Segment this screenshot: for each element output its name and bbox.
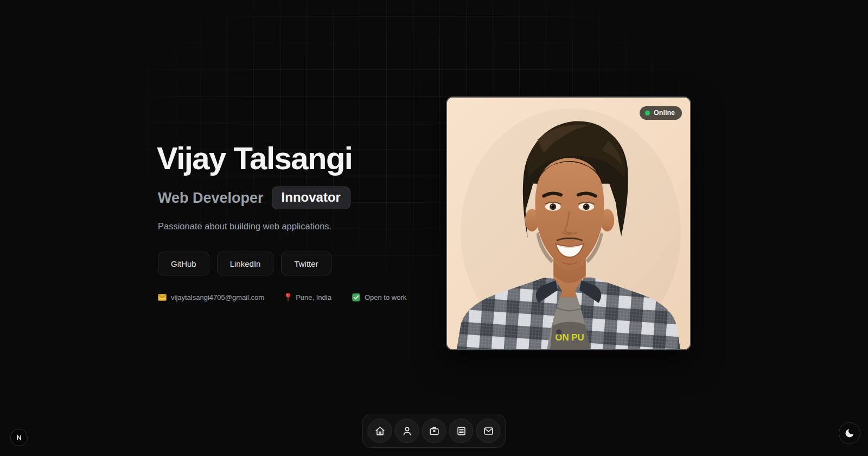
online-status-text: Online [654,109,675,117]
linkedin-button[interactable]: LinkedIn [217,252,274,275]
briefcase-icon [428,425,440,437]
open-to-work-text: Open to work [365,293,406,301]
resume-icon [455,425,467,437]
contact-row: vijaytalsangi4705@gmail.com Pune, India … [158,293,406,301]
location-text: Pune, India [296,293,331,301]
twitter-button[interactable]: Twitter [281,252,331,275]
user-icon [401,425,413,437]
brand-logo-button[interactable] [10,429,28,446]
email-text: vijaytalsangi4705@gmail.com [171,293,264,301]
theme-toggle-button[interactable] [839,422,860,444]
nav-about-button[interactable] [395,419,419,443]
tagline: Passionate about building web applicatio… [158,221,331,232]
navigation-dock [362,414,506,448]
page-title: Vijay Talsangi [157,140,352,176]
online-status-badge: Online [640,106,682,120]
profile-photo: ON PU [447,98,690,349]
innovator-badge: Innovator [272,187,350,209]
mail-icon [482,425,494,437]
envelope-icon [158,294,167,301]
github-button[interactable]: GitHub [158,252,209,275]
nav-contact-button[interactable] [476,419,501,443]
nav-home-button[interactable] [368,419,392,443]
profile-photo-card: ON PU [446,97,691,350]
home-icon [374,425,386,437]
nextjs-logo-icon [14,433,24,442]
nav-resume-button[interactable] [449,419,474,443]
role-row: Web Developer Innovator [158,187,350,209]
moon-icon [844,428,855,439]
open-to-work-item: Open to work [352,293,406,301]
pin-icon [285,293,291,301]
location-item: Pune, India [285,293,331,301]
role-label: Web Developer [158,190,264,207]
social-buttons: GitHub LinkedIn Twitter [158,252,331,275]
email-item[interactable]: vijaytalsangi4705@gmail.com [158,293,264,301]
portrait-face [535,158,604,271]
portfolio-page: Vijay Talsangi Web Developer Innovator P… [0,0,868,456]
nav-projects-button[interactable] [422,419,446,443]
grid-background [0,0,868,456]
check-icon [352,293,360,301]
online-dot-icon [645,111,650,115]
